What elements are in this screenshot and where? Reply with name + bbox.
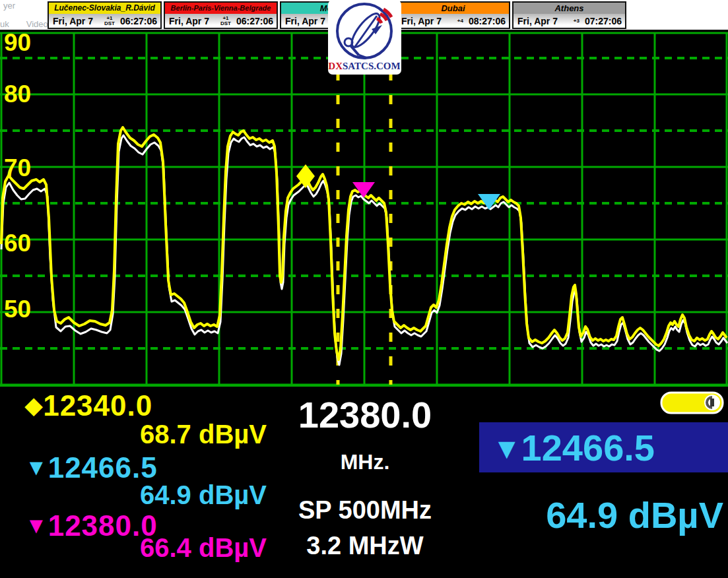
clock-berlin: Berlin-Paris-Vienna-Belgrade Fri, Apr 7 … <box>164 1 278 29</box>
marker-b-level: 64.9 dBµV <box>140 480 267 510</box>
clock-date: Fri, Apr 7 <box>401 16 442 26</box>
marker-a-level: 68.7 dBµV <box>140 420 267 449</box>
dxsatcs-logo: DXSATCS.COM <box>328 0 401 75</box>
clock-dubai: Dubai Fri, Apr 7 +4 08:27:06 <box>396 1 510 29</box>
active-marker-panel: ▼12466.5 <box>479 422 728 472</box>
center-frequency: 12380.0 <box>266 393 464 436</box>
clock-utc-offset: +1DST <box>104 16 115 26</box>
svg-text:70: 70 <box>4 154 31 181</box>
svg-text:60: 60 <box>4 230 31 257</box>
clock-date: Fri, Apr 7 <box>285 16 325 26</box>
marker-a-frequency: ◆12340.0 <box>25 389 152 422</box>
svg-text:80: 80 <box>4 80 31 108</box>
logo-dx: DX <box>328 61 343 71</box>
clock-utc-offset: +4 <box>457 18 463 24</box>
span-readout: SP 500MHz <box>266 496 464 525</box>
svg-text:DXSATCS.COM: DXSATCS.COM <box>328 61 400 71</box>
clock-time: 08:27:06 <box>469 16 506 26</box>
spectrum-plot: 9080706050 <box>0 30 728 387</box>
clock-date: Fri, Apr 7 <box>169 16 209 26</box>
clock-date: Fri, Apr 7 <box>517 16 558 26</box>
menu-bar: uk Video <box>0 19 48 29</box>
clock-lucenec: Lučenec-Slovakia_R.Dávid Fri, Apr 7 +1DS… <box>48 1 162 29</box>
clock-time: 06:27:06 <box>120 16 157 26</box>
clock-title: Athens <box>513 3 625 14</box>
frequency-unit: MHz. <box>266 450 464 474</box>
menu-partial-text: yer <box>3 1 15 11</box>
clock-time: 07:27:06 <box>585 16 622 26</box>
active-marker-frequency: ▼12466.5 <box>492 426 655 469</box>
triangle-marker-icon: ▼ <box>492 432 521 465</box>
marker-c-level: 66.4 dBµV <box>140 533 267 563</box>
clock-utc-offset: +3 <box>574 18 579 24</box>
triangle-marker-icon: ▼ <box>25 513 48 538</box>
active-marker-level: 64.9 dBµV <box>479 494 723 536</box>
diamond-marker-icon: ◆ <box>25 393 43 418</box>
clock-utc-offset: +1DST <box>220 16 231 26</box>
menu-item-video[interactable]: Video <box>26 19 48 29</box>
bandwidth-readout: 3.2 MHzW <box>266 532 464 560</box>
clock-athens: Athens Fri, Apr 7 +3 07:27:06 <box>512 1 626 29</box>
satellite-dish-icon: DXSATCS.COM <box>328 0 401 75</box>
battery-icon <box>660 391 724 417</box>
clock-title: Berlin-Paris-Vienna-Belgrade <box>165 3 277 14</box>
logo-satcs: SATCS.COM <box>343 61 401 71</box>
clock-date: Fri, Apr 7 <box>53 16 93 26</box>
marker-c-frequency: ▼12380.0 <box>25 509 158 542</box>
clock-title: Dubai <box>397 3 509 14</box>
marker-b-frequency: ▼12466.5 <box>25 451 158 484</box>
triangle-marker-icon: ▼ <box>25 455 48 480</box>
clock-time: 06:27:06 <box>236 16 273 26</box>
svg-text:50: 50 <box>4 296 31 323</box>
clock-title: Lučenec-Slovakia_R.Dávid <box>49 3 160 14</box>
menu-item-zvuk[interactable]: uk <box>0 19 9 29</box>
svg-text:90: 90 <box>4 30 31 56</box>
